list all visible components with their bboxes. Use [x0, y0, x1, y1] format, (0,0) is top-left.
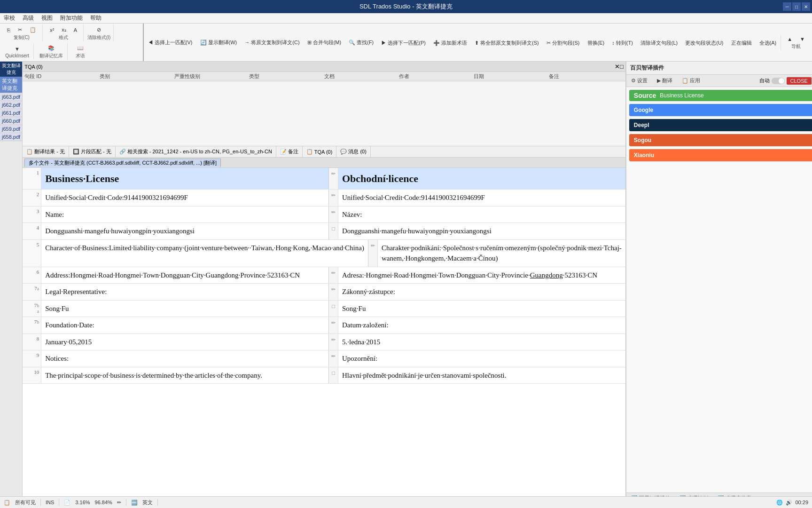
- row-source[interactable]: Address:Hongmei·Road·Hongmei·Town·Donggu…: [41, 267, 329, 284]
- btab-tqa[interactable]: 📋 TQA (0): [303, 146, 337, 157]
- file-tab-main[interactable]: 多个文件 - 英文翻译捷克 (CCT-BJ663.pdf.sdlxliff, C…: [24, 159, 221, 167]
- ptab-settings[interactable]: ⚙ 设置: [626, 76, 652, 86]
- copy-all-src-btn[interactable]: ⬆ 将全部原文复制到译文(S): [471, 38, 542, 48]
- row-source[interactable]: Character·of·Business:Limited·liability·…: [41, 240, 368, 267]
- show-translate-btn[interactable]: 🔄 显示翻译(W): [197, 38, 241, 48]
- menu-review[interactable]: 审校: [0, 13, 19, 23]
- sidebar-item-j659[interactable]: j659.pdf: [0, 125, 22, 133]
- quickinsert-btn[interactable]: ▼: [11, 45, 23, 53]
- minimize-button[interactable]: ─: [783, 2, 791, 11]
- select-all-btn[interactable]: 全选(A): [756, 38, 780, 48]
- split-btn[interactable]: ✂ 分割句段(S): [543, 38, 583, 48]
- close-button[interactable]: ✕: [802, 2, 810, 11]
- btab-message[interactable]: 💬 消息 (0): [336, 146, 371, 157]
- remove-format-btn[interactable]: ⊘: [94, 25, 104, 34]
- edit-icon[interactable]: ✏: [329, 190, 338, 206]
- row-target[interactable]: Datum·založení:: [338, 317, 625, 333]
- nav-up-btn[interactable]: ▲: [784, 35, 796, 43]
- table-row[interactable]: 3 Name: ✏ Název:: [23, 206, 625, 223]
- row-target[interactable]: Dongguanshi·mangefu·huwaiyongpin·youxian…: [338, 223, 625, 239]
- copy-src-btn[interactable]: → 将原文复制到译文(C): [241, 38, 303, 48]
- maximize-button[interactable]: □: [792, 2, 801, 11]
- sogou-btn[interactable]: Sogou: [629, 134, 812, 146]
- sidebar-item-1[interactable]: 英文翻译捷克: [0, 77, 22, 93]
- row-source[interactable]: Song·Fu: [41, 301, 329, 317]
- cut-button[interactable]: ✂: [15, 25, 25, 34]
- row-target[interactable]: Charakter·podnikání:·Společnost·s·ručení…: [378, 240, 625, 267]
- paste-button[interactable]: 📋: [26, 25, 39, 34]
- edit-icon[interactable]: ✏: [329, 334, 338, 350]
- menu-addins[interactable]: 附加功能: [56, 13, 86, 23]
- row-target[interactable]: Upozornění:: [338, 350, 625, 367]
- sidebar-item-j658[interactable]: j658.pdf: [0, 133, 22, 141]
- btab-segment[interactable]: 🔲 片段匹配 - 无: [69, 146, 116, 157]
- table-row[interactable]: 6 Address:Hongmei·Road·Hongmei·Town·Dong…: [23, 267, 625, 284]
- change-status-btn[interactable]: 更改句段状态(U): [682, 38, 726, 48]
- tqa-close-btn[interactable]: ✕: [615, 63, 620, 70]
- table-row[interactable]: 1 Business·License ✏ Obchodní·licence: [23, 168, 625, 190]
- edit-icon[interactable]: ✏: [329, 267, 338, 284]
- edit-icon[interactable]: ✏: [329, 168, 338, 189]
- copy-button[interactable]: ⎘: [4, 25, 14, 34]
- row-target[interactable]: Obchodní·licence: [338, 168, 625, 189]
- subscript-btn[interactable]: x₂: [58, 25, 70, 34]
- edit-icon[interactable]: ✏: [329, 350, 338, 367]
- row-target[interactable]: Song·Fu: [338, 301, 625, 317]
- nav-down-btn[interactable]: ▼: [796, 35, 808, 43]
- google-btn[interactable]: Google: [629, 104, 812, 116]
- row-target[interactable]: Hlavní·předmět·podnikání·je·určen·stanov…: [338, 367, 625, 384]
- window-controls[interactable]: ─ □ ✕: [783, 2, 810, 11]
- xiaoniu-btn[interactable]: Xiaoniu: [629, 149, 812, 161]
- row-source[interactable]: Business·License: [41, 168, 329, 189]
- edit-icon[interactable]: ✏: [329, 284, 338, 300]
- ptab-apply[interactable]: 📋 应用: [677, 76, 705, 86]
- goto-btn[interactable]: ↕ 转到(T): [609, 38, 636, 48]
- row-target[interactable]: Zákonný·zástupce:: [338, 284, 625, 300]
- add-new-trans-btn[interactable]: ➕ 添加新术语: [430, 38, 470, 48]
- table-row[interactable]: 2 Unified·Social·Credit·Code:91441900321…: [23, 190, 625, 206]
- btab-notes[interactable]: 📝 备注: [276, 146, 303, 157]
- sidebar-item-j661[interactable]: j661.pdf: [0, 109, 22, 117]
- edit-icon[interactable]: ✏: [329, 317, 338, 333]
- table-row[interactable]: 7b Foundation·Date: ✏ Datum·založení:: [23, 317, 625, 334]
- translation-table[interactable]: 1 Business·License ✏ Obchodní·licence 2 …: [23, 168, 625, 504]
- table-row[interactable]: 8 January·05,2015 ✏ 5.·ledna·2015: [23, 334, 625, 351]
- btab-related[interactable]: 🔗 相关搜索 - 2021_1242 - en-US to zh-CN, PG_…: [116, 146, 276, 157]
- table-row[interactable]: 9 Notices: ✏ Upozornění:: [23, 350, 625, 367]
- table-row[interactable]: 7a Legal·Representative: ✏ Zákonný·zástu…: [23, 284, 625, 301]
- btab-result[interactable]: 📋 翻译结果 - 无: [23, 146, 69, 157]
- row-source[interactable]: Dongguanshi·mangefu·huwaiyongpin·youxian…: [41, 223, 329, 239]
- table-row[interactable]: 4 Dongguanshi·mangefu·huwaiyongpin·youxi…: [23, 223, 625, 240]
- sidebar-item-j662[interactable]: j662.pdf: [0, 101, 22, 109]
- select-prev-btn[interactable]: ▶ 选择下一匹配(P): [378, 38, 429, 48]
- menu-advanced[interactable]: 高级: [19, 13, 38, 23]
- row-source[interactable]: Unified·Social·Credit·Code:9144190032169…: [41, 190, 329, 206]
- select-next-btn[interactable]: ◀ 选择上一匹配(V): [145, 38, 196, 48]
- row-target[interactable]: Adresa:·Hongmei·Road·Hongmei·Town·Donggu…: [338, 267, 625, 284]
- tqa-expand-btn[interactable]: □: [620, 63, 624, 70]
- term-icon-btn[interactable]: 📖: [74, 44, 87, 53]
- table-row[interactable]: 5 Character·of·Business:Limited·liabilit…: [23, 240, 625, 267]
- sidebar-item-j660[interactable]: j660.pdf: [0, 117, 22, 125]
- tmemory-icon-btn[interactable]: 📚: [45, 44, 58, 53]
- menu-view[interactable]: 视图: [38, 13, 56, 23]
- find-btn[interactable]: 🔍 查找(F): [345, 38, 377, 48]
- row-source[interactable]: January·05,2015: [41, 334, 329, 350]
- font-btn[interactable]: A: [70, 26, 80, 34]
- row-target[interactable]: Unified·Social·Credit·Code:9144190032169…: [338, 190, 625, 206]
- row-source[interactable]: Foundation·Date:: [41, 317, 329, 333]
- merge-btn[interactable]: ⊞ 合并句段(M): [304, 38, 345, 48]
- ptab-translate[interactable]: ▶ 翻译: [652, 76, 677, 86]
- clear-trans-btn[interactable]: 清除译文句段(L): [637, 38, 681, 48]
- edit-icon[interactable]: ✏: [368, 240, 378, 267]
- superscript-btn[interactable]: x²: [47, 26, 57, 34]
- row-source[interactable]: Notices:: [41, 350, 329, 367]
- row-target[interactable]: Název:: [338, 206, 625, 223]
- row-source[interactable]: Name:: [41, 206, 329, 223]
- edit-icon[interactable]: ✏: [329, 206, 338, 223]
- replace-btn[interactable]: 替换(E): [584, 38, 608, 48]
- row-source[interactable]: Legal·Representative:: [41, 284, 329, 300]
- row-target[interactable]: 5.·ledna·2015: [338, 334, 625, 350]
- deepl-btn[interactable]: Deepl: [629, 119, 812, 131]
- table-row[interactable]: 10 The·principal·scope·of·business·is·de…: [23, 367, 625, 384]
